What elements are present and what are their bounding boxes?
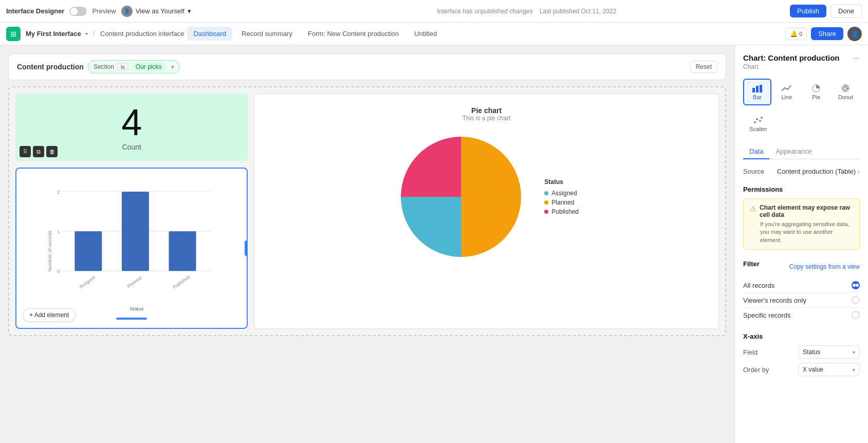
field-select[interactable]: Status ▾ [798, 345, 860, 359]
share-button[interactable]: Share [811, 27, 843, 40]
svg-rect-8 [122, 192, 149, 271]
svg-text:1: 1 [57, 229, 60, 234]
interface-name[interactable]: Content production interface [100, 30, 184, 38]
field-label: Field [743, 348, 758, 356]
specific-records-label: Specific records [743, 311, 790, 319]
warning-title: Chart element may expose raw cell data [760, 204, 853, 218]
user-avatar-tab: 👤 [847, 27, 862, 41]
pie-chart-subtitle: This is a pie chart [463, 115, 511, 122]
move-tool[interactable]: ⠿ [20, 146, 31, 157]
panel-tab-data[interactable]: Data [743, 144, 769, 159]
panel-more-button[interactable]: ··· [853, 53, 860, 63]
all-records-radio[interactable] [852, 281, 860, 289]
viewers-records-radio[interactable] [852, 296, 860, 304]
topbar-title: Interface Designer [6, 7, 64, 15]
app-name[interactable]: My First Interface [26, 30, 81, 38]
count-number: 4 [26, 104, 237, 141]
panel-title-group: Chart: Content production Chart [743, 53, 839, 70]
bar-chart-svg: Number of records 2 1 0 [25, 177, 238, 316]
view-as-caret: ▾ [188, 7, 191, 15]
scroll-indicator [116, 318, 147, 320]
tab-record-summary[interactable]: Record summary [235, 27, 299, 41]
assigned-label: Assigned [551, 190, 577, 197]
legend-item-planned: Planned [544, 199, 579, 206]
panel-title: Chart: Content production [743, 53, 839, 62]
reset-button[interactable]: Reset [690, 61, 717, 73]
filter-all-records[interactable]: All records [743, 278, 860, 293]
resize-handle[interactable] [245, 241, 248, 256]
view-as-yourself[interactable]: 👤 View as Yourself ▾ [121, 6, 191, 17]
svg-rect-7 [75, 231, 102, 271]
svg-rect-14 [752, 88, 755, 93]
chart-type-donut[interactable]: Donut [832, 79, 860, 105]
source-row: Source Content production (Table) › [743, 168, 860, 175]
filter-specific-records[interactable]: Specific records [743, 308, 860, 322]
last-published: Last published Oct 11, 2022 [540, 8, 616, 15]
filter-tag: Section is Our picks ▾ [88, 60, 180, 73]
svg-rect-9 [169, 231, 196, 271]
tab-untitled[interactable]: Untitled [408, 27, 443, 41]
planned-dot [544, 200, 548, 205]
tabbar-actions: 🔔 0 Share 👤 [785, 27, 862, 41]
svg-point-22 [759, 120, 761, 122]
duplicate-tool[interactable]: ⧉ [33, 146, 44, 157]
warning-header: ⚠ Chart element may expose raw cell data [750, 204, 853, 218]
svg-text:Planned: Planned [126, 275, 142, 289]
filter-title: Content production [17, 63, 84, 71]
svg-text:0: 0 [57, 268, 60, 274]
source-value[interactable]: Content production (Table) › [777, 168, 860, 175]
permissions-section: Permissions ⚠ Chart element may expose r… [743, 186, 860, 250]
right-panel: Chart: Content production Chart ··· Bar [734, 45, 868, 443]
pie-chart-title: Pie chart [471, 106, 502, 115]
delete-tool[interactable]: 🗑 [46, 146, 58, 157]
tab-form-new[interactable]: Form: New Content production [302, 27, 405, 41]
chart-type-pie[interactable]: Pie [802, 79, 830, 105]
chart-type-scatter[interactable]: Scatter [743, 112, 773, 136]
svg-point-20 [754, 121, 756, 123]
chart-type-line[interactable]: Line [772, 79, 801, 105]
filter-section-header: Filter Copy settings from a view [743, 260, 860, 273]
publish-button[interactable]: Publish [790, 5, 826, 17]
line-chart-icon [781, 84, 792, 94]
filter-viewers-records[interactable]: Viewer's records only [743, 293, 860, 308]
app-icon: ⊞ [6, 27, 21, 41]
svg-point-23 [761, 117, 763, 119]
preview-toggle[interactable] [69, 7, 87, 16]
chart-type-selector: Bar Line Pie [743, 79, 860, 105]
add-element-button[interactable]: + Add element [23, 308, 76, 322]
pie-chart-icon [810, 84, 822, 94]
field-select-caret: ▾ [853, 349, 855, 355]
done-button[interactable]: Done [830, 4, 862, 18]
bell-button[interactable]: 🔔 0 [785, 28, 807, 40]
is-operator[interactable]: is [117, 63, 128, 71]
orderby-select[interactable]: X value ▾ [798, 363, 860, 376]
filter-value: Our picks [132, 62, 166, 71]
permissions-warning: ⚠ Chart element may expose raw cell data… [743, 198, 860, 250]
scatter-chart-icon [752, 116, 764, 126]
specific-records-radio[interactable] [852, 311, 860, 319]
svg-text:Status: Status [130, 306, 143, 311]
orderby-label: Order by [743, 366, 769, 374]
permissions-title: Permissions [743, 186, 860, 193]
all-records-label: All records [743, 282, 774, 289]
svg-text:2: 2 [57, 189, 60, 195]
legend-item-published: Published [544, 208, 579, 215]
chart-type-bar[interactable]: Bar [743, 79, 771, 105]
filter-bar: Content production Section is Our picks … [8, 53, 726, 80]
bar-chart-card: Number of records 2 1 0 [15, 168, 248, 329]
xaxis-section: X-axis Field Status ▾ Order by X value ▾ [743, 333, 860, 376]
assigned-dot [544, 191, 548, 195]
legend-item-assigned: Assigned [544, 190, 579, 197]
filter-dropdown-caret[interactable]: ▾ [171, 64, 174, 70]
donut-chart-icon [840, 84, 851, 94]
preview-label: Preview [92, 7, 116, 15]
filter-section-title: Filter [743, 260, 760, 268]
warning-icon: ⚠ [750, 205, 756, 213]
panel-tab-appearance[interactable]: Appearance [769, 144, 818, 159]
user-avatar: 👤 [121, 6, 133, 17]
dashboard-grid: 4 Count ⠿ ⧉ 🗑 Number of records [8, 86, 726, 336]
filter-section: Filter Copy settings from a view All rec… [743, 260, 860, 322]
tab-dashboard[interactable]: Dashboard [187, 27, 232, 41]
copy-settings-link[interactable]: Copy settings from a view [789, 263, 860, 270]
svg-rect-15 [756, 86, 759, 93]
